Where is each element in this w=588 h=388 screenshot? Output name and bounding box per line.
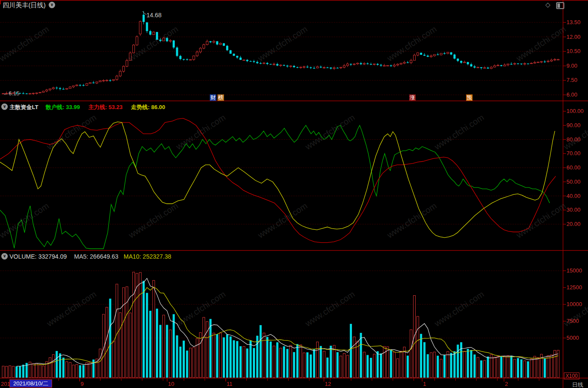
y-axis-tick-label: 40.00 — [566, 193, 581, 199]
indicator-lines — [0, 118, 556, 249]
y-axis-tick-label: 50.00 — [566, 178, 581, 185]
legend-trend-line: 走势线: 86.00 — [131, 103, 165, 111]
legend-ma10: MA10: 252327.38 — [124, 253, 171, 260]
panel-frame — [0, 0, 588, 388]
y-axis-tick-label: 7500 — [566, 318, 579, 324]
legend-volume: VOLUME: 332794.09 — [9, 253, 67, 260]
indicator-line-散户线 — [0, 125, 550, 249]
y-axis-tick-label: 70.00 — [566, 150, 581, 156]
y-axis-tick-label: 6.00 — [566, 91, 577, 98]
y-axis-tick-label: 7.50 — [566, 77, 577, 83]
indicator-name: 主散资金LT — [9, 103, 38, 111]
chart-canvas[interactable] — [0, 0, 588, 388]
y-axis-tick-label: 12500 — [566, 284, 582, 291]
y-axis-tick-label: 100.00 — [566, 108, 584, 114]
y-axis-tick-label: 20.00 — [566, 221, 581, 227]
legend-ma5: MA5: 266649.63 — [74, 253, 118, 260]
indicator-collapse-chevron-icon[interactable]: ∨ — [1, 103, 8, 110]
candles-group — [2, 11, 559, 95]
volume-collapse-chevron-icon[interactable]: ∨ — [1, 253, 8, 260]
y-axis-tick-label: 13.50 — [566, 19, 581, 25]
month-label: 10 — [168, 381, 174, 387]
y-axis-tick-label: 90.00 — [566, 122, 581, 128]
badge-finance[interactable]: 财 — [210, 94, 216, 101]
month-label: 1 — [423, 381, 426, 387]
volume-unit-label: X100 — [564, 372, 579, 379]
y-axis-tick-label: 15000 — [566, 267, 582, 274]
volume-bars-group — [2, 272, 559, 378]
diamond-icon[interactable]: ◇ — [545, 1, 551, 9]
price-low-annotation: ←6.15 — [3, 90, 19, 97]
y-axis-tick-label: 12.00 — [566, 34, 581, 40]
month-label: 12 — [325, 381, 331, 387]
y-axis-tick-label: 10000 — [566, 301, 582, 307]
y-axis-tick-label: 30.00 — [566, 207, 581, 213]
legend-retail-line: 散户线: 33.99 — [46, 103, 80, 111]
selected-date-box: 2021/08/10/二 — [9, 379, 52, 388]
badge-rank[interactable]: 榜 — [218, 94, 224, 101]
y-axis-tick-label: 10.50 — [566, 48, 581, 54]
period-label[interactable]: 日线 — [572, 381, 583, 388]
split-panel-icon[interactable] — [556, 2, 564, 9]
badge-rise[interactable]: 涨 — [409, 94, 416, 101]
indicator-line-走势线 — [0, 122, 555, 238]
month-label: 11 — [227, 381, 233, 387]
collapse-chevron-icon[interactable]: ∨ — [49, 2, 55, 8]
date-ticks — [59, 379, 539, 382]
y-axis-tick-label: 9.00 — [566, 63, 577, 69]
badge-forecast[interactable]: 预 — [466, 94, 473, 101]
stock-title: 四川美丰(日线) — [3, 1, 46, 9]
price-high-annotation: 14.68 — [146, 12, 162, 19]
y-axis-tick-label: 80.00 — [566, 136, 581, 143]
legend-main-line: 主力线: 53.23 — [88, 103, 122, 111]
month-label: 2 — [505, 381, 508, 387]
gridlines — [0, 22, 563, 338]
date-clipped-text: 201 — [1, 381, 10, 387]
stock-chart-window: www.cfchi.comwww.cfchi.comwww.cfchi.comw… — [0, 0, 588, 388]
month-label: 9 — [81, 381, 84, 387]
y-axis-tick-label: 5000 — [566, 335, 579, 341]
split-panel-icon-fill — [557, 3, 560, 8]
y-axis-tick-label: 60.00 — [566, 164, 581, 171]
indicator-line-主力线 — [0, 118, 556, 242]
